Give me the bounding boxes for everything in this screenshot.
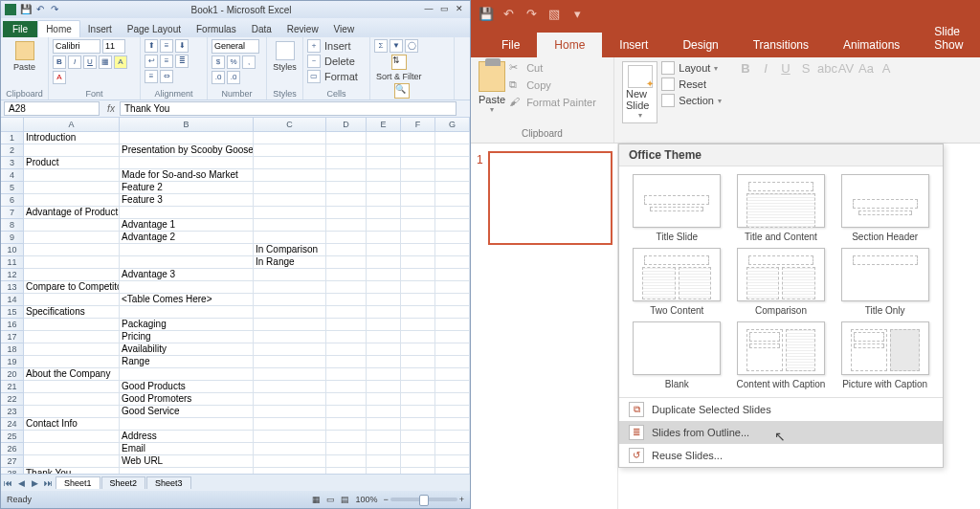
cell[interactable] [367, 169, 401, 182]
cell[interactable] [254, 144, 326, 157]
cell[interactable] [326, 157, 367, 169]
cell[interactable] [254, 468, 326, 474]
cell[interactable]: Advantage 2 [120, 232, 254, 244]
table-row[interactable]: 11In Range [1, 256, 470, 269]
table-row[interactable]: 22Good Promoters [1, 393, 470, 406]
col-header[interactable]: E [367, 118, 401, 132]
fx-icon[interactable]: fx [102, 103, 120, 114]
cell[interactable] [254, 319, 326, 331]
cell[interactable] [435, 182, 470, 194]
cell[interactable] [24, 144, 120, 157]
cell[interactable] [367, 182, 401, 194]
col-header[interactable]: F [401, 118, 435, 132]
cell[interactable] [120, 468, 254, 474]
cell[interactable] [401, 368, 435, 381]
cell[interactable] [326, 443, 367, 455]
table-row[interactable]: 1Introduction [1, 132, 470, 144]
cell[interactable] [401, 468, 435, 474]
cell[interactable]: Good Promoters [120, 393, 254, 406]
cell[interactable]: Product [24, 157, 120, 169]
paste-button[interactable]: Paste▾ [479, 61, 505, 114]
cell[interactable]: Thank You [24, 468, 120, 474]
table-row[interactable]: 15Specifications [1, 306, 470, 319]
cell[interactable] [326, 132, 367, 144]
row-header[interactable]: 20 [1, 368, 24, 381]
cell[interactable] [120, 256, 254, 269]
cell[interactable] [254, 331, 326, 343]
clear-icon[interactable]: ◯ [405, 39, 418, 53]
table-row[interactable]: 17Pricing [1, 331, 470, 343]
cell[interactable] [120, 207, 254, 219]
cell[interactable] [435, 207, 470, 219]
cell[interactable] [367, 331, 401, 343]
table-row[interactable]: 3Product [1, 157, 470, 169]
cell[interactable] [435, 132, 470, 144]
close-icon[interactable]: ✕ [453, 4, 466, 15]
tab-home[interactable]: Home [37, 20, 80, 37]
layout-title-slide[interactable]: Title Slide [627, 174, 727, 242]
cell[interactable] [120, 306, 254, 319]
cell[interactable] [24, 244, 120, 256]
currency-icon[interactable]: $ [212, 55, 225, 69]
cell[interactable] [326, 169, 367, 182]
cell[interactable] [401, 343, 435, 356]
row-header[interactable]: 6 [1, 194, 24, 207]
cell[interactable] [120, 157, 254, 169]
cell[interactable] [401, 356, 435, 368]
cell[interactable]: Specifications [24, 306, 120, 319]
cell[interactable]: Address [120, 431, 254, 443]
cell[interactable]: Availability [120, 343, 254, 356]
cell[interactable] [435, 144, 470, 157]
cell[interactable] [435, 443, 470, 455]
font-size-select[interactable]: 11 [102, 39, 125, 54]
row-header[interactable]: 7 [1, 207, 24, 219]
sheet-tab[interactable]: Sheet1 [56, 476, 100, 489]
cell[interactable] [254, 381, 326, 393]
cell[interactable] [401, 418, 435, 431]
cell[interactable] [254, 219, 326, 232]
number-format-select[interactable]: General [212, 39, 259, 54]
cell[interactable] [367, 368, 401, 381]
cell[interactable]: Feature 3 [120, 194, 254, 207]
fill-icon[interactable]: ▼ [390, 39, 403, 53]
cell[interactable] [254, 368, 326, 381]
copy-button[interactable]: ⧉Copy [509, 78, 596, 92]
cell[interactable] [326, 294, 367, 306]
cell[interactable]: Presentation by Scooby Gooseberry [120, 144, 254, 157]
cell[interactable]: Good Products [120, 381, 254, 393]
slideshow-icon[interactable]: ▧ [547, 8, 561, 21]
cell[interactable]: Web URL [120, 455, 254, 468]
cell[interactable] [367, 356, 401, 368]
row-header[interactable]: 8 [1, 219, 24, 232]
cell[interactable] [120, 368, 254, 381]
name-box[interactable]: A28 [4, 101, 100, 116]
cell[interactable] [24, 269, 120, 281]
cell[interactable] [401, 194, 435, 207]
table-row[interactable]: 10In Comparison [1, 244, 470, 256]
reuse-slides-item[interactable]: ↺ Reuse Slides... [619, 444, 943, 467]
cell[interactable] [24, 256, 120, 269]
cell[interactable] [401, 455, 435, 468]
cell[interactable] [435, 455, 470, 468]
row-header[interactable]: 12 [1, 269, 24, 281]
comma-icon[interactable]: , [242, 55, 256, 69]
cell[interactable] [367, 294, 401, 306]
cell[interactable] [367, 393, 401, 406]
align-top-icon[interactable]: ⬆ [145, 39, 158, 53]
row-header[interactable]: 1 [1, 132, 24, 144]
cell[interactable] [326, 306, 367, 319]
cell[interactable] [367, 418, 401, 431]
row-header[interactable]: 28 [1, 468, 24, 474]
cell[interactable] [326, 219, 367, 232]
tab-file[interactable]: File [484, 33, 537, 57]
cell[interactable] [326, 406, 367, 418]
cell[interactable] [435, 194, 470, 207]
cell[interactable] [326, 144, 367, 157]
tab-file[interactable]: File [3, 21, 37, 37]
view-normal-icon[interactable]: ▦ [312, 495, 321, 504]
cell[interactable] [24, 319, 120, 331]
row-header[interactable]: 23 [1, 406, 24, 418]
cell[interactable] [326, 431, 367, 443]
cell[interactable] [326, 368, 367, 381]
row-header[interactable]: 13 [1, 281, 24, 294]
